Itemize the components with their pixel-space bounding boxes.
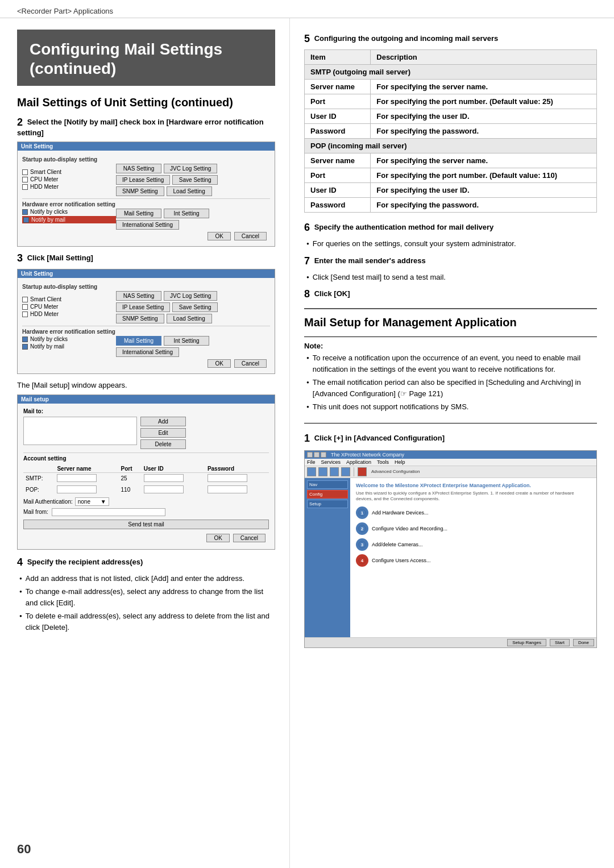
pop-userid-input[interactable] xyxy=(144,485,184,493)
task2-icon: 2 xyxy=(356,522,368,535)
mgmt-app-screenshot: The XProtect Network Company File Servic… xyxy=(304,450,597,648)
cancel-btn-1[interactable]: Cancel xyxy=(234,232,267,240)
save-setting-btn-2[interactable]: Save Setting xyxy=(172,302,218,312)
mail-auth-select[interactable]: none ▼ xyxy=(75,497,109,506)
ok-btn-2[interactable]: OK xyxy=(208,359,230,368)
setup-ranges-btn[interactable]: Setup Ranges xyxy=(507,639,546,646)
mgmt-titlebar: The XProtect Network Company xyxy=(305,451,596,459)
task3-icon: 3 xyxy=(356,538,368,551)
mail-from-input[interactable] xyxy=(52,508,165,516)
step4-bullet-3: To delete e-mail address(es), select any… xyxy=(19,610,275,633)
load-btn-1[interactable]: Load Setting xyxy=(167,186,212,196)
edit-mail-btn[interactable]: Edit xyxy=(140,428,186,438)
mgmt-toolbar-icon-2[interactable] xyxy=(318,467,327,476)
mgmt-toolbar-icon-5[interactable] xyxy=(358,467,367,476)
note-box: Note: To receive a notification upon the… xyxy=(304,337,597,423)
cpu-meter-checkbox-2 xyxy=(22,304,28,310)
mail-setting-btn-2-highlighted[interactable]: Mail Setting xyxy=(116,336,161,346)
delete-mail-btn[interactable]: Delete xyxy=(140,439,186,449)
mgmt-toolbar: Advanced Configuration xyxy=(305,466,596,478)
step2-header: 2 Select the [Notify by mail] check box … xyxy=(17,117,275,137)
hdd-meter-checkbox-2 xyxy=(22,312,28,317)
load-btn-2[interactable]: Load Setting xyxy=(167,314,212,323)
breadcrumb: <Recorder Part> Applications xyxy=(0,0,614,18)
task1-icon: 1 xyxy=(356,506,368,519)
task4-icon: 4 xyxy=(356,554,368,567)
snmp-btn-2[interactable]: SNMP Setting xyxy=(116,314,164,323)
note-1: To receive a notification upon the occur… xyxy=(306,352,597,375)
save-setting-btn-1[interactable]: Save Setting xyxy=(172,175,218,185)
step4-header: 4 Specify the recipient address(es) xyxy=(17,556,275,568)
mgmt-task-3[interactable]: 3 Add/delete Cameras... xyxy=(356,538,591,551)
ip-lease-btn-2[interactable]: IP Lease Setting xyxy=(116,302,170,312)
step4-bullet-1: Add an address that is not listed, click… xyxy=(19,573,275,584)
notes-list: To receive a notification upon the occur… xyxy=(304,352,597,413)
note-2: The email notification period can also b… xyxy=(306,377,597,399)
ok-btn-1[interactable]: OK xyxy=(208,232,230,240)
pop-server-input[interactable] xyxy=(57,485,97,493)
smart-client-checkbox-2 xyxy=(22,297,28,302)
int-setting-btn-1[interactable]: Int Setting xyxy=(164,209,209,218)
ip-lease-btn-1[interactable]: IP Lease Setting xyxy=(116,175,170,185)
step4-bullet-2: To change e-mail address(es), select any… xyxy=(19,586,275,608)
cpu-meter-checkbox xyxy=(22,177,28,182)
unit-setting-screenshot-2: Unit Setting Startup auto-display settin… xyxy=(17,269,275,374)
mgmt-footer: Setup Ranges Start Done xyxy=(305,637,596,647)
svg-text:1: 1 xyxy=(361,510,364,516)
section-subtitle: Mail Settings of Unit Setting (continued… xyxy=(17,95,275,110)
step4-bullets: Add an address that is not listed, click… xyxy=(17,573,275,633)
mgmt-toolbar-icon-1[interactable] xyxy=(307,467,316,476)
mail-servers-table: Item Description SMTP (outgoing mail ser… xyxy=(304,49,597,213)
mgmt-sidebar-item-3[interactable]: Setup xyxy=(307,500,348,508)
mail-setting-btn-1[interactable]: Mail Setting xyxy=(116,209,161,218)
mgmt-task-2[interactable]: 2 Configure Video and Recording... xyxy=(356,522,591,535)
mgmt-sidebar-item-1[interactable]: Nav xyxy=(307,480,348,489)
mgmt-toolbar-icon-4[interactable] xyxy=(341,467,350,476)
mgmt-max-btn[interactable] xyxy=(321,452,326,458)
smart-client-checkbox xyxy=(22,169,28,175)
notify-clicks-cb-2 xyxy=(22,337,28,342)
mail-setup-window: Mail setup Mail to: Add Edit Delete Acco… xyxy=(17,394,275,550)
notify-clicks-cb-1 xyxy=(22,209,28,215)
hdd-meter-checkbox xyxy=(22,184,28,190)
jvc-log-btn-1[interactable]: JVC Log Setting xyxy=(164,164,217,173)
mgmt-toolbar-icon-3[interactable] xyxy=(330,467,339,476)
mgmt-min-btn[interactable] xyxy=(314,452,320,458)
send-test-mail-btn[interactable]: Send test mail xyxy=(23,520,269,529)
mgmt-task-4[interactable]: 4 Configure Users Access... xyxy=(356,554,591,567)
nas-setting-btn-1[interactable]: NAS Setting xyxy=(116,164,161,173)
cancel-btn-2[interactable]: Cancel xyxy=(234,359,267,368)
mgmt-close-btn[interactable] xyxy=(307,452,313,458)
start-btn[interactable]: Start xyxy=(550,639,570,646)
step5-header: 5 Configuring the outgoing and incoming … xyxy=(304,33,597,45)
mgmt-task-1[interactable]: 1 Add Hardware Devices... xyxy=(356,506,591,519)
international-btn-1[interactable]: International Setting xyxy=(116,220,179,230)
mgmt-step1-header: 1 Click [+] in [Advanced Configuration] xyxy=(304,433,597,445)
smtp-userid-input[interactable] xyxy=(144,474,184,482)
step7-bullet-1: Click [Send test mail] to send a test ma… xyxy=(306,272,597,283)
toolbar-divider xyxy=(354,467,354,476)
mgmt-section-title: Mail Setup for Management Application xyxy=(304,315,597,330)
step6-bullet-1: For queries on the settings, consult you… xyxy=(306,238,597,250)
pop-password-input[interactable] xyxy=(208,485,247,493)
jvc-log-btn-2[interactable]: JVC Log Setting xyxy=(164,291,217,301)
unit-setting-screenshot-1: Unit Setting Startup auto-display settin… xyxy=(17,142,275,247)
mail-ok-btn[interactable]: OK xyxy=(206,534,229,542)
done-btn[interactable]: Done xyxy=(573,639,594,646)
page-title: Configuring Mail Settings (continued) xyxy=(17,30,275,86)
snmp-btn-1[interactable]: SNMP Setting xyxy=(116,186,164,196)
svg-text:3: 3 xyxy=(361,542,364,547)
notify-mail-cb-1 xyxy=(23,217,29,223)
step6-header: 6 Specify the authentication method for … xyxy=(304,222,597,234)
mail-cancel-btn[interactable]: Cancel xyxy=(233,534,265,542)
smtp-server-input[interactable] xyxy=(57,474,97,482)
int-setting-btn-2[interactable]: Int Setting xyxy=(164,336,209,346)
international-btn-2[interactable]: International Setting xyxy=(116,347,179,357)
step7-header: 7 Enter the mail sender's address xyxy=(304,255,597,267)
mgmt-sidebar-item-2[interactable]: Config xyxy=(307,490,348,499)
nas-setting-btn-2[interactable]: NAS Setting xyxy=(116,291,161,301)
smtp-password-input[interactable] xyxy=(208,474,247,482)
add-mail-btn[interactable]: Add xyxy=(140,417,186,426)
svg-text:2: 2 xyxy=(361,526,364,531)
mgmt-main-content: Welcome to the Milestone XProtect Enterp… xyxy=(350,478,596,637)
